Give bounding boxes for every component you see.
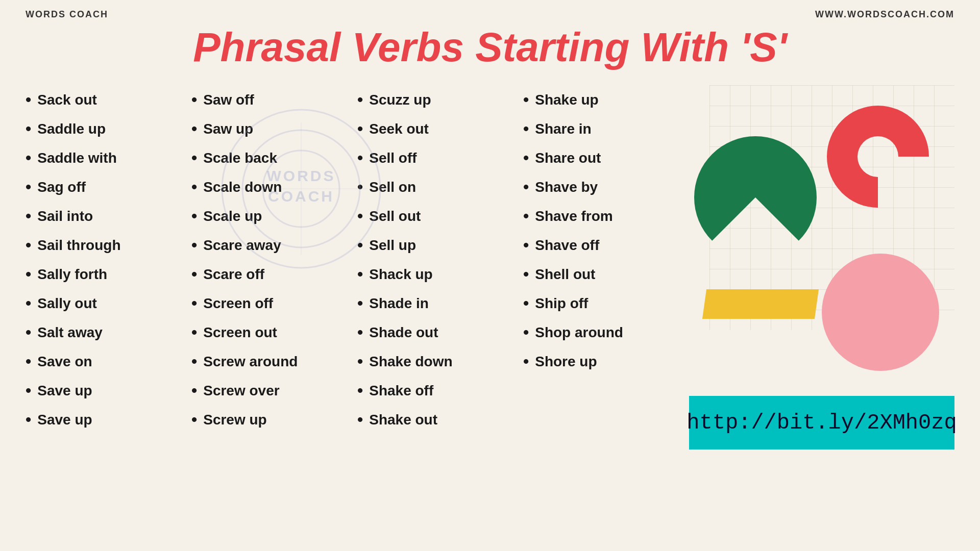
list-item: Screen off [191, 289, 352, 318]
list-item: Shake off [357, 376, 518, 405]
list-item: Save up [26, 376, 186, 405]
list-item: Sell off [357, 143, 518, 172]
list-item: Screen out [191, 318, 352, 347]
top-bar: WORDS COACH WWW.WORDSCOACH.COM [0, 0, 980, 20]
list-item: Saw up [191, 114, 352, 143]
column-2: Saw off Saw up Scale back Scale down Sca… [191, 85, 357, 434]
list-item: Shop around [523, 318, 684, 347]
red-arc-shape [812, 90, 944, 223]
brand-right: WWW.WORDSCOACH.COM [815, 9, 954, 20]
list-item: Seek out [357, 114, 518, 143]
list-item: Save on [26, 347, 186, 376]
list-item: Scuzz up [357, 85, 518, 114]
list-item: Salt away [26, 318, 186, 347]
list-item: Sag off [26, 172, 186, 202]
list-item: Scale back [191, 143, 352, 172]
list-item: Scare off [191, 260, 352, 289]
column-1: Sack out Saddle up Saddle with Sag off S… [26, 85, 191, 434]
url-bar[interactable]: http://bit.ly/2XMh0zq [689, 396, 954, 449]
list-item: Screw up [191, 405, 352, 434]
list-item: Shave by [523, 172, 684, 202]
pink-circle [822, 254, 939, 371]
column-4: Shake up Share in Share out Shave by Sha… [523, 85, 689, 434]
list-item: Screw around [191, 347, 352, 376]
list-item: Ship off [523, 289, 684, 318]
yellow-bar [702, 289, 819, 319]
list-item: Screw over [191, 376, 352, 405]
list-item: Saddle with [26, 143, 186, 172]
list-item: Share in [523, 114, 684, 143]
list-item: Share out [523, 143, 684, 172]
list-item: Scale down [191, 172, 352, 202]
list-item: Scale up [191, 202, 352, 231]
main-title: Phrasal Verbs Starting With 'S' [0, 25, 980, 70]
list-item: Shake out [357, 405, 518, 434]
list-item: Sail into [26, 202, 186, 231]
list-item: Shell out [523, 260, 684, 289]
list-item: Sally out [26, 289, 186, 318]
list-item: Shave off [523, 231, 684, 260]
list-item: Shake down [357, 347, 518, 376]
list-item: Shade in [357, 289, 518, 318]
list-item: Sell out [357, 202, 518, 231]
list-item: Saw off [191, 85, 352, 114]
list-item: Shade out [357, 318, 518, 347]
list-item: Sally forth [26, 260, 186, 289]
list-item: Shore up [523, 347, 684, 376]
url-text: http://bit.ly/2XMh0zq [687, 411, 957, 435]
list-item: Shave from [523, 202, 684, 231]
list-item: Scare away [191, 231, 352, 260]
list-item: Shake up [523, 85, 684, 114]
column-3: Scuzz up Seek out Sell off Sell on Sell … [357, 85, 523, 434]
brand-left: WORDS COACH [26, 9, 108, 20]
list-item: Saddle up [26, 114, 186, 143]
list-item: Save up [26, 405, 186, 434]
list-item: Shack up [357, 260, 518, 289]
list-item: Sell on [357, 172, 518, 202]
right-section: http://bit.ly/2XMh0zq [689, 85, 954, 434]
list-item: Sack out [26, 85, 186, 114]
green-shape [694, 136, 817, 259]
columns-container: Sack out Saddle up Saddle with Sag off S… [26, 85, 689, 434]
content-area: Sack out Saddle up Saddle with Sag off S… [0, 80, 980, 434]
title-section: Phrasal Verbs Starting With 'S' [0, 20, 980, 80]
list-item: Sell up [357, 231, 518, 260]
list-item: Sail through [26, 231, 186, 260]
